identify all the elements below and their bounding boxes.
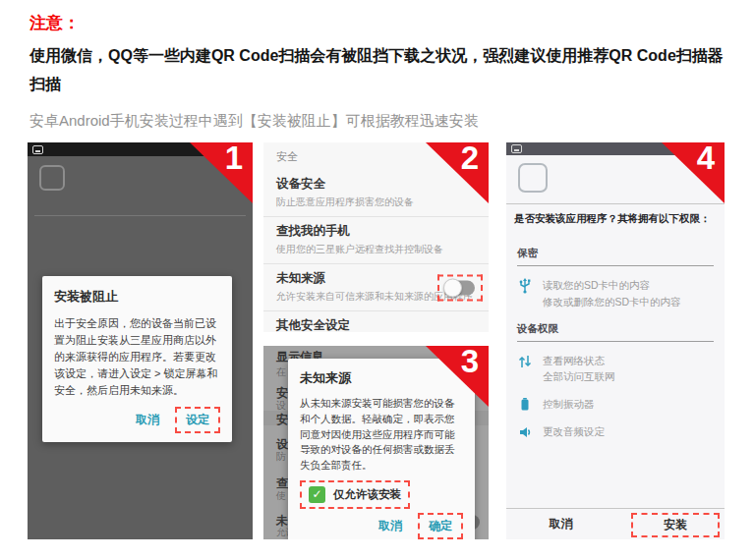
- cancel-button[interactable]: 取消: [378, 518, 402, 534]
- notice-body: 使用微信，QQ等一些内建QR Code扫描会有被阻挡下载之状况，强烈建议使用推荐…: [29, 41, 733, 98]
- screenshot-step-2: 安全 设备安全 防止恶意应用程序损害您的设备 查找我的手机 使用您的三星账户远程…: [263, 142, 489, 332]
- install-button[interactable]: 安装: [633, 517, 718, 533]
- permission-vibration: 控制振动器: [517, 396, 714, 413]
- checkbox-checked-icon[interactable]: ✓: [309, 486, 325, 503]
- tutorial-page: 注意： 使用微信，QQ等一些内建QR Code扫描会有被阻挡下载之状况，强烈建议…: [0, 0, 754, 560]
- section-device-permissions: 设备权限: [517, 322, 714, 342]
- permission-network-state: 查看网络状态 全部访问互联网: [517, 353, 714, 386]
- permission-sd-card: 读取您的SD卡中的内容 修改或删除您的SD卡中的内容: [517, 277, 714, 310]
- cancel-button[interactable]: 取消: [136, 412, 159, 428]
- checkbox-label: 仅允许该安装: [333, 487, 401, 502]
- settings-item-unknown-sources[interactable]: 未知来源 允许安装来自可信来源和未知来源的应用程序: [263, 263, 489, 310]
- network-arrows-icon: [517, 353, 533, 369]
- screenshot-step-3: 显示信息 在 安 设 安 设 防 查 使 未 允许安装来自可信来源和未知来源的应…: [263, 346, 489, 539]
- page-subtitle: 安卓Android手机安装过程中遇到【安装被阻止】可根据教程迅速安装: [29, 112, 479, 131]
- install-prompt-title: 是否安装该应用程序？其将拥有以下权限：: [514, 212, 711, 226]
- unknown-sources-dialog: 未知来源 从未知来源安装可能损害您的设备和个人数据。轻敲确定，即表示您同意对因使…: [288, 359, 475, 539]
- divider: [34, 215, 246, 216]
- screenshot-step-4: 1 4G 7: 是否安装该应用程序？其将拥有以下权限： 保密 读取您的SD卡中的…: [506, 142, 725, 539]
- allow-once-checkbox-highlight: ✓ 仅允许该安装: [300, 480, 410, 509]
- install-blocked-dialog: 安装被阻止 出于安全原因，您的设备当前已设置为阻止安装从三星应用商店以外的来源获…: [42, 276, 232, 442]
- settings-item-other-security[interactable]: 其他安全设定 更改安全更新和证书存储等其他安全设定: [263, 310, 489, 332]
- dialog-title: 未知来源: [300, 369, 463, 387]
- usb-icon: [517, 277, 533, 294]
- audio-icon: [517, 423, 533, 440]
- sd-card-icon: [511, 144, 522, 153]
- dialog-title: 安装被阻止: [54, 288, 220, 306]
- app-icon-placeholder: [39, 165, 65, 191]
- screenshot-step-1: 1 4G 7: 安装被阻止 出于安全原因，您的设备当前已设置为阻止安装从三星应用…: [28, 142, 253, 539]
- ok-button[interactable]: 确定: [418, 513, 463, 539]
- cancel-button[interactable]: 取消: [506, 516, 615, 532]
- vibrate-icon: [517, 396, 533, 413]
- unknown-sources-toggle[interactable]: [445, 280, 475, 295]
- notice-label: 注意：: [29, 12, 80, 34]
- app-icon-placeholder: [518, 163, 548, 193]
- dialog-body: 从未知来源安装可能损害您的设备和个人数据。轻敲确定，即表示您同意对因使用这些应用…: [300, 396, 463, 474]
- section-privacy: 保密: [517, 247, 714, 266]
- settings-button[interactable]: 设定: [175, 407, 220, 433]
- sd-card-icon: [32, 145, 43, 154]
- settings-item-find-my-mobile[interactable]: 查找我的手机 使用您的三星账户远程查找并控制设备: [263, 216, 489, 263]
- settings-item-device-security[interactable]: 设备安全 防止恶意应用程序损害您的设备: [263, 170, 489, 216]
- install-button-highlight: 安装: [631, 513, 720, 537]
- permission-audio-settings: 更改音频设定: [517, 423, 714, 440]
- step-number-triangle: 1: [190, 142, 253, 203]
- unknown-sources-toggle-highlight: [437, 274, 483, 301]
- install-button-bar: 取消 安装: [506, 508, 725, 539]
- divider: [506, 203, 725, 204]
- dialog-body: 出于安全原因，您的设备当前已设置为阻止安装从三星应用商店以外的来源获得的应用程序…: [54, 315, 220, 399]
